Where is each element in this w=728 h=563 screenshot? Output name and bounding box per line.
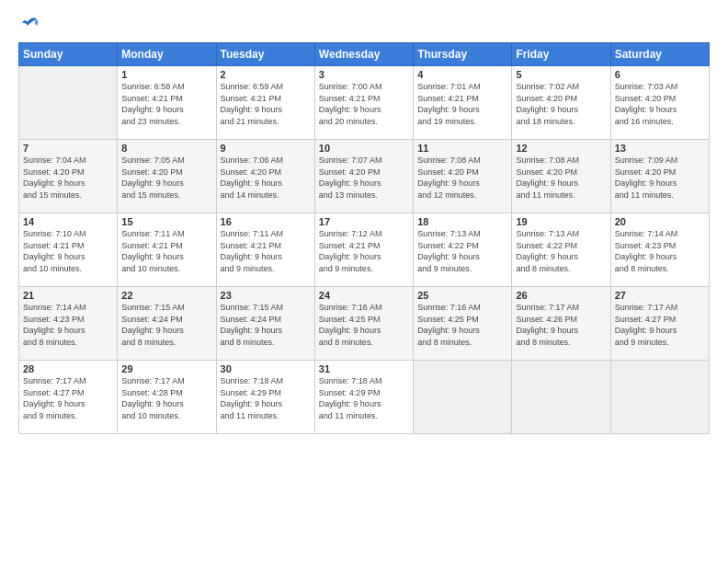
table-row: 3Sunrise: 7:00 AM Sunset: 4:21 PM Daylig… bbox=[314, 66, 413, 140]
table-row: 7Sunrise: 7:04 AM Sunset: 4:20 PM Daylig… bbox=[19, 140, 118, 213]
weekday-header-wednesday: Wednesday bbox=[314, 43, 413, 66]
weekday-header-saturday: Saturday bbox=[610, 43, 709, 66]
table-row bbox=[610, 361, 709, 434]
day-number: 28 bbox=[23, 363, 113, 374]
day-info: Sunrise: 7:13 AM Sunset: 4:22 PM Dayligh… bbox=[516, 228, 606, 274]
day-info: Sunrise: 7:16 AM Sunset: 4:25 PM Dayligh… bbox=[417, 302, 507, 348]
day-info: Sunrise: 7:02 AM Sunset: 4:20 PM Dayligh… bbox=[516, 81, 606, 127]
table-row: 8Sunrise: 7:05 AM Sunset: 4:20 PM Daylig… bbox=[118, 140, 216, 213]
day-number: 30 bbox=[221, 363, 311, 374]
table-row: 4Sunrise: 7:01 AM Sunset: 4:21 PM Daylig… bbox=[414, 66, 512, 140]
weekday-header-friday: Friday bbox=[512, 43, 610, 66]
table-row: 26Sunrise: 7:17 AM Sunset: 4:26 PM Dayli… bbox=[512, 287, 610, 361]
table-row: 19Sunrise: 7:13 AM Sunset: 4:22 PM Dayli… bbox=[512, 213, 610, 287]
day-info: Sunrise: 7:15 AM Sunset: 4:24 PM Dayligh… bbox=[121, 302, 211, 348]
day-info: Sunrise: 7:08 AM Sunset: 4:20 PM Dayligh… bbox=[417, 155, 507, 201]
table-row: 24Sunrise: 7:16 AM Sunset: 4:25 PM Dayli… bbox=[314, 287, 413, 361]
day-info: Sunrise: 7:11 AM Sunset: 4:21 PM Dayligh… bbox=[121, 228, 211, 274]
table-row: 5Sunrise: 7:02 AM Sunset: 4:20 PM Daylig… bbox=[512, 66, 610, 140]
day-number: 14 bbox=[23, 216, 113, 227]
day-info: Sunrise: 7:03 AM Sunset: 4:20 PM Dayligh… bbox=[615, 81, 705, 127]
day-info: Sunrise: 7:16 AM Sunset: 4:25 PM Dayligh… bbox=[319, 302, 409, 348]
day-number: 3 bbox=[319, 69, 409, 80]
table-row: 28Sunrise: 7:17 AM Sunset: 4:27 PM Dayli… bbox=[19, 361, 118, 434]
day-info: Sunrise: 7:14 AM Sunset: 4:23 PM Dayligh… bbox=[615, 228, 705, 274]
day-number: 17 bbox=[319, 216, 409, 227]
day-info: Sunrise: 7:17 AM Sunset: 4:26 PM Dayligh… bbox=[516, 302, 606, 348]
day-info: Sunrise: 7:11 AM Sunset: 4:21 PM Dayligh… bbox=[221, 228, 311, 274]
day-info: Sunrise: 7:17 AM Sunset: 4:28 PM Dayligh… bbox=[121, 375, 211, 421]
day-info: Sunrise: 7:13 AM Sunset: 4:22 PM Dayligh… bbox=[417, 228, 507, 274]
day-number: 8 bbox=[121, 143, 211, 154]
day-info: Sunrise: 7:00 AM Sunset: 4:21 PM Dayligh… bbox=[319, 81, 409, 127]
day-info: Sunrise: 7:08 AM Sunset: 4:20 PM Dayligh… bbox=[516, 155, 606, 201]
table-row: 13Sunrise: 7:09 AM Sunset: 4:20 PM Dayli… bbox=[610, 140, 709, 213]
table-row: 23Sunrise: 7:15 AM Sunset: 4:24 PM Dayli… bbox=[216, 287, 314, 361]
table-row: 22Sunrise: 7:15 AM Sunset: 4:24 PM Dayli… bbox=[118, 287, 216, 361]
day-info: Sunrise: 7:01 AM Sunset: 4:21 PM Dayligh… bbox=[417, 81, 507, 127]
weekday-header-sunday: Sunday bbox=[19, 43, 118, 66]
day-info: Sunrise: 6:58 AM Sunset: 4:21 PM Dayligh… bbox=[121, 81, 211, 127]
table-row: 15Sunrise: 7:11 AM Sunset: 4:21 PM Dayli… bbox=[118, 213, 216, 287]
day-info: Sunrise: 7:18 AM Sunset: 4:29 PM Dayligh… bbox=[221, 375, 311, 421]
table-row bbox=[19, 66, 118, 140]
day-info: Sunrise: 7:12 AM Sunset: 4:21 PM Dayligh… bbox=[319, 228, 409, 274]
day-number: 12 bbox=[516, 143, 606, 154]
table-row: 25Sunrise: 7:16 AM Sunset: 4:25 PM Dayli… bbox=[414, 287, 512, 361]
day-info: Sunrise: 7:07 AM Sunset: 4:20 PM Dayligh… bbox=[319, 155, 409, 201]
day-info: Sunrise: 7:17 AM Sunset: 4:27 PM Dayligh… bbox=[23, 375, 113, 421]
table-row: 29Sunrise: 7:17 AM Sunset: 4:28 PM Dayli… bbox=[118, 361, 216, 434]
day-number: 21 bbox=[23, 290, 113, 301]
table-row: 9Sunrise: 7:06 AM Sunset: 4:20 PM Daylig… bbox=[216, 140, 314, 213]
day-info: Sunrise: 7:04 AM Sunset: 4:20 PM Dayligh… bbox=[23, 155, 113, 201]
table-row: 11Sunrise: 7:08 AM Sunset: 4:20 PM Dayli… bbox=[414, 140, 512, 213]
day-number: 31 bbox=[319, 363, 409, 374]
day-number: 24 bbox=[319, 290, 409, 301]
table-row: 30Sunrise: 7:18 AM Sunset: 4:29 PM Dayli… bbox=[216, 361, 314, 434]
table-row: 31Sunrise: 7:18 AM Sunset: 4:29 PM Dayli… bbox=[314, 361, 413, 434]
table-row: 2Sunrise: 6:59 AM Sunset: 4:21 PM Daylig… bbox=[216, 66, 314, 140]
calendar-table: SundayMondayTuesdayWednesdayThursdayFrid… bbox=[18, 42, 710, 434]
table-row: 12Sunrise: 7:08 AM Sunset: 4:20 PM Dayli… bbox=[512, 140, 610, 213]
day-number: 23 bbox=[221, 290, 311, 301]
day-number: 2 bbox=[221, 69, 311, 80]
day-number: 29 bbox=[121, 363, 211, 374]
day-number: 22 bbox=[121, 290, 211, 301]
page: { "logo": { "general": "General", "blue"… bbox=[0, 0, 728, 563]
table-row: 10Sunrise: 7:07 AM Sunset: 4:20 PM Dayli… bbox=[314, 140, 413, 213]
day-info: Sunrise: 7:15 AM Sunset: 4:24 PM Dayligh… bbox=[221, 302, 311, 348]
table-row bbox=[512, 361, 610, 434]
table-row: 6Sunrise: 7:03 AM Sunset: 4:20 PM Daylig… bbox=[610, 66, 709, 140]
table-row bbox=[414, 361, 512, 434]
table-row: 20Sunrise: 7:14 AM Sunset: 4:23 PM Dayli… bbox=[610, 213, 709, 287]
weekday-header-tuesday: Tuesday bbox=[216, 43, 314, 66]
day-info: Sunrise: 6:59 AM Sunset: 4:21 PM Dayligh… bbox=[221, 81, 311, 127]
table-row: 16Sunrise: 7:11 AM Sunset: 4:21 PM Dayli… bbox=[216, 213, 314, 287]
day-number: 15 bbox=[121, 216, 211, 227]
day-info: Sunrise: 7:09 AM Sunset: 4:20 PM Dayligh… bbox=[615, 155, 705, 201]
day-number: 6 bbox=[615, 69, 705, 80]
table-row: 17Sunrise: 7:12 AM Sunset: 4:21 PM Dayli… bbox=[314, 213, 413, 287]
header bbox=[18, 15, 710, 35]
day-info: Sunrise: 7:17 AM Sunset: 4:27 PM Dayligh… bbox=[615, 302, 705, 348]
day-number: 11 bbox=[417, 143, 507, 154]
day-number: 18 bbox=[417, 216, 507, 227]
day-number: 5 bbox=[516, 69, 606, 80]
logo bbox=[18, 15, 40, 35]
table-row: 14Sunrise: 7:10 AM Sunset: 4:21 PM Dayli… bbox=[19, 213, 118, 287]
table-row: 21Sunrise: 7:14 AM Sunset: 4:23 PM Dayli… bbox=[19, 287, 118, 361]
day-info: Sunrise: 7:06 AM Sunset: 4:20 PM Dayligh… bbox=[221, 155, 311, 201]
day-number: 26 bbox=[516, 290, 606, 301]
day-number: 19 bbox=[516, 216, 606, 227]
day-info: Sunrise: 7:10 AM Sunset: 4:21 PM Dayligh… bbox=[23, 228, 113, 274]
day-info: Sunrise: 7:14 AM Sunset: 4:23 PM Dayligh… bbox=[23, 302, 113, 348]
day-number: 27 bbox=[615, 290, 705, 301]
table-row: 1Sunrise: 6:58 AM Sunset: 4:21 PM Daylig… bbox=[118, 66, 216, 140]
day-number: 13 bbox=[615, 143, 705, 154]
day-info: Sunrise: 7:05 AM Sunset: 4:20 PM Dayligh… bbox=[121, 155, 211, 201]
weekday-header-monday: Monday bbox=[118, 43, 216, 66]
table-row: 18Sunrise: 7:13 AM Sunset: 4:22 PM Dayli… bbox=[414, 213, 512, 287]
day-info: Sunrise: 7:18 AM Sunset: 4:29 PM Dayligh… bbox=[319, 375, 409, 421]
day-number: 10 bbox=[319, 143, 409, 154]
day-number: 9 bbox=[221, 143, 311, 154]
